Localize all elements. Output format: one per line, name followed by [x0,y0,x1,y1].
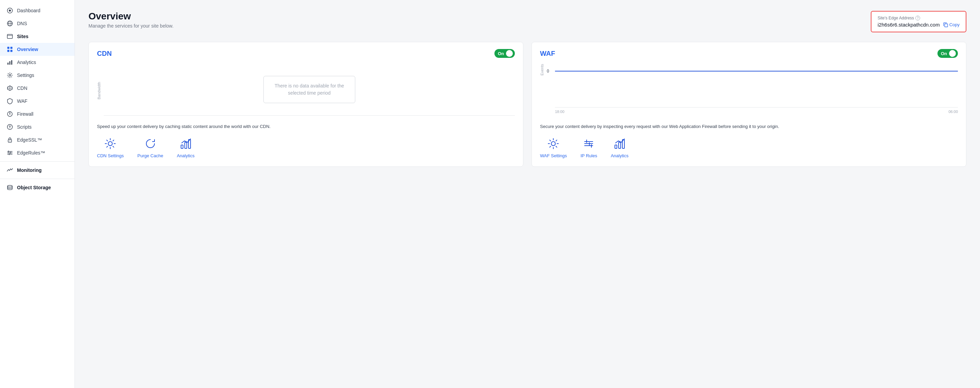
waf-analytics-icon [613,137,627,150]
cdn-analytics-icon [179,137,192,150]
cdn-icon [7,85,13,91]
waf-plot: 0 [547,63,958,108]
waf-line [555,71,958,72]
cdn-card: CDN On Bandwidth There is no data availa… [89,42,523,167]
svg-rect-31 [945,24,948,27]
waf-actions: WAF Settings IP Rules [540,137,958,158]
waf-card: WAF On Events 0 [531,42,966,167]
sidebar-item-firewall[interactable]: Firewall [0,108,75,121]
edge-address-box: Site's Edge Address ? i2h6s6r6.stackpath… [871,11,966,32]
waf-description: Secure your content delivery by inspecti… [540,123,958,130]
svg-rect-12 [10,61,11,65]
waf-analytics-label: Analytics [611,153,628,158]
waf-analytics-action[interactable]: Analytics [611,137,628,158]
sidebar-item-scripts[interactable]: Scripts [0,121,75,134]
svg-rect-13 [11,60,12,65]
cdn-card-title: CDN [97,50,111,57]
cdn-description: Speed up your content delivery by cachin… [97,123,515,130]
svg-point-14 [9,75,11,76]
ip-rules-icon [582,137,595,150]
copy-button[interactable]: Copy [943,22,959,27]
divider-2 [0,179,75,179]
page-title: Overview [89,11,173,22]
firewall-icon [7,111,13,117]
sidebar-item-analytics[interactable]: Analytics [0,56,75,69]
svg-rect-10 [11,50,13,52]
sidebar-item-waf[interactable]: WAF [0,95,75,108]
waf-card-title: WAF [540,50,555,57]
purge-cache-icon [143,137,157,150]
svg-rect-11 [8,63,8,65]
svg-point-30 [8,186,12,187]
cdn-chart-area: Bandwidth There is no data available for… [97,63,515,118]
cdn-x-labels [104,116,515,118]
page-header: Overview Manage the services for your si… [89,11,966,32]
analytics-icon [7,59,13,65]
cdn-toggle-knob [506,50,513,57]
svg-point-36 [551,142,555,146]
edge-address-value: i2h6s6r6.stackpathcdn.com Copy [878,22,959,27]
waf-toggle[interactable]: On [937,49,958,58]
waf-y-value: 0 [547,69,552,73]
purge-cache-label: Purge Cache [137,153,163,158]
svg-rect-9 [8,50,10,52]
waf-chart-wrapper: 0 18:00 06:00 [547,63,958,118]
sites-icon [7,33,13,40]
waf-icon [7,98,13,104]
dns-icon [7,21,13,27]
svg-point-32 [108,142,112,146]
sidebar-item-overview[interactable]: Overview [0,43,75,56]
waf-zero-row: 0 [547,69,958,73]
waf-chart-area: Events 0 18:00 06:00 [540,63,958,118]
cdn-actions: CDN Settings Purge Cache [97,137,515,158]
header-left: Overview Manage the services for your si… [89,11,173,29]
waf-y-label: Events [540,64,544,76]
cards-grid: CDN On Bandwidth There is no data availa… [89,42,966,167]
svg-point-23 [10,141,10,141]
svg-rect-44 [619,142,620,148]
sidebar-item-edgerules[interactable]: EdgeRules™ [0,146,75,159]
cdn-settings-label: CDN Settings [97,153,124,158]
sidebar-item-monitoring[interactable]: Monitoring [0,164,75,177]
waf-x-labels: 18:00 06:00 [547,108,958,114]
svg-rect-8 [11,47,13,49]
divider-1 [0,161,75,162]
waf-settings-action[interactable]: WAF Settings [540,137,567,158]
svg-rect-5 [8,34,13,38]
edge-address-label: Site's Edge Address ? [878,16,959,21]
waf-settings-label: WAF Settings [540,153,567,158]
cdn-settings-icon [103,137,117,150]
cdn-settings-action[interactable]: CDN Settings [97,137,124,158]
waf-card-header: WAF On [540,49,958,58]
sidebar-item-settings[interactable]: Settings [0,69,75,82]
sidebar-item-cdn[interactable]: CDN [0,82,75,95]
monitoring-icon [7,167,13,173]
svg-point-1 [9,10,11,11]
help-icon[interactable]: ? [915,16,920,21]
sidebar-item-dashboard[interactable]: Dashboard [0,4,75,17]
ip-rules-action[interactable]: IP Rules [581,137,597,158]
cdn-analytics-action[interactable]: Analytics [177,137,195,158]
sidebar-item-edgessl[interactable]: EdgeSSL™ [0,134,75,146]
cdn-card-header: CDN On [97,49,515,58]
page-subtitle: Manage the services for your site below. [89,23,173,29]
svg-rect-33 [181,145,183,148]
sidebar-item-dns[interactable]: DNS [0,17,75,30]
sidebar-item-object-storage[interactable]: Object Storage [0,181,75,194]
sidebar: Dashboard DNS Sites [0,0,75,388]
edgessl-icon [7,137,13,143]
cdn-y-axis-label: Bandwidth [97,63,101,118]
purge-cache-action[interactable]: Purge Cache [137,137,163,158]
sidebar-item-sites: Sites [0,30,75,43]
waf-toggle-knob [949,50,956,57]
waf-y-axis: Events [540,63,544,118]
ip-rules-label: IP Rules [581,153,597,158]
overview-icon [7,46,13,52]
cdn-toggle[interactable]: On [495,49,515,58]
cdn-chart-inner: There is no data available for theselect… [104,63,515,118]
settings-icon [7,72,13,78]
waf-bottom-border [555,107,958,108]
cdn-no-data: There is no data available for theselect… [263,76,355,103]
svg-point-20 [10,114,11,115]
object-storage-icon [7,184,13,191]
